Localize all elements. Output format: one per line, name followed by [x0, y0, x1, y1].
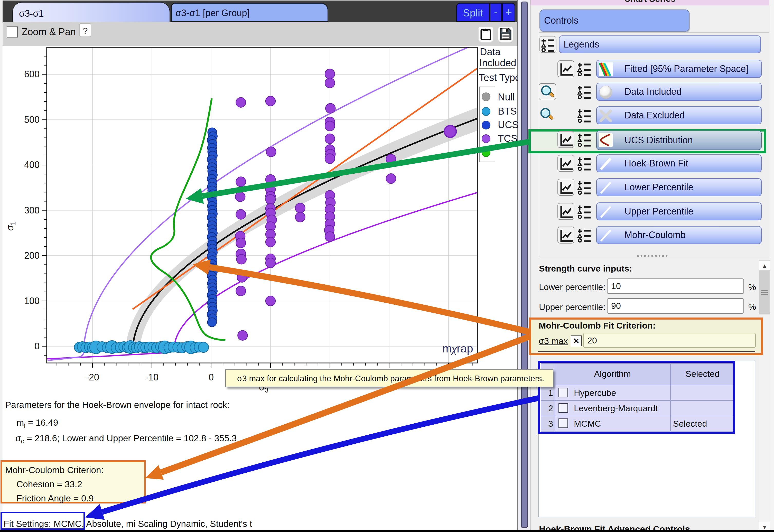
svg-text:σ1: σ1 — [5, 221, 17, 231]
svg-text:UCS: UCS — [498, 119, 518, 130]
svg-text:Data: Data — [480, 46, 501, 57]
svg-text:200: 200 — [24, 250, 40, 261]
svg-text:-20: -20 — [86, 372, 99, 382]
svg-text:0: 0 — [209, 372, 214, 382]
svg-text:Null: Null — [498, 92, 515, 102]
svg-text:400: 400 — [24, 160, 40, 170]
svg-text:100: 100 — [24, 296, 40, 306]
svg-text:0: 0 — [34, 341, 40, 351]
svg-text:300: 300 — [24, 205, 40, 216]
svg-text:mχrap: mχrap — [442, 342, 473, 355]
svg-text:BTS: BTS — [498, 106, 517, 117]
svg-text:600: 600 — [24, 69, 40, 79]
svg-text:500: 500 — [24, 114, 40, 125]
svg-text:Test Type: Test Type — [479, 72, 520, 83]
svg-text:-10: -10 — [145, 372, 158, 382]
svg-text:Included: Included — [479, 58, 516, 68]
svg-text:TCS: TCS — [498, 133, 517, 144]
